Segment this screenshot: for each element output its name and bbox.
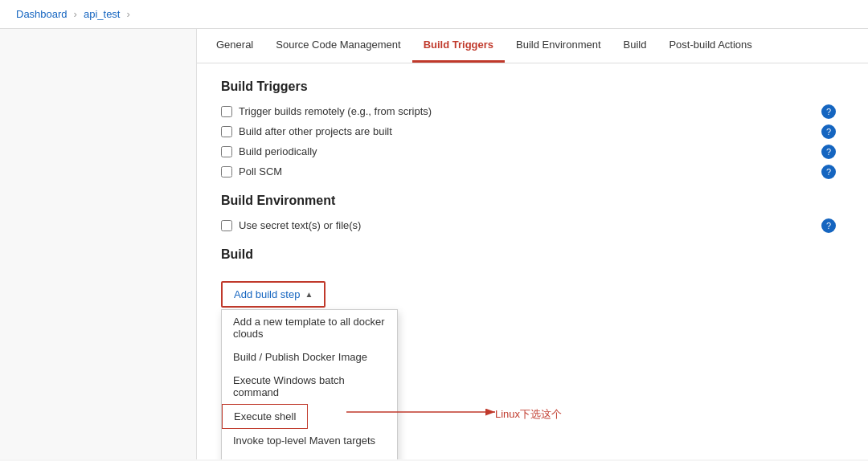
dropdown-item-docker-template[interactable]: Add a new template to all docker clouds (222, 310, 397, 345)
annotation-arrow-svg (346, 404, 507, 420)
add-build-step-label: Add build step (234, 288, 300, 300)
main-content: General Source Code Management Build Tri… (197, 29, 868, 459)
dropdown-item-windows-batch[interactable]: Execute Windows batch command (222, 369, 397, 404)
build-section: Build Add build step ▲ Add a new templat… (221, 247, 844, 352)
breadcrumb-dashboard[interactable]: Dashboard (16, 8, 68, 20)
trigger-remote-help[interactable]: ? (821, 104, 836, 119)
build-title: Build (221, 247, 844, 262)
sidebar (0, 29, 197, 459)
add-build-step-button[interactable]: Add build step ▲ (221, 281, 326, 308)
trigger-periodically-help[interactable]: ? (821, 145, 836, 159)
env-secret-help[interactable]: ? (821, 218, 836, 233)
breadcrumb-sep2: › (127, 8, 130, 20)
tab-general[interactable]: General (205, 29, 264, 63)
trigger-after-row: Build after other projects are built ? (221, 125, 844, 137)
dropdown-item-execute-shell[interactable]: Execute shell (222, 404, 308, 429)
annotation-text: Linux下选这个 (495, 407, 562, 422)
breadcrumb-sep1: › (74, 8, 77, 20)
add-build-step-container: Add build step ▲ Add a new template to a… (221, 273, 844, 308)
build-triggers-title: Build Triggers (221, 80, 844, 94)
breadcrumb: Dashboard › api_test › (0, 0, 868, 29)
trigger-poll-row: Poll SCM ? (221, 165, 844, 177)
add-build-step-wrapper: Add build step ▲ Add a new template to a… (221, 281, 326, 308)
trigger-periodically-label: Build periodically (239, 145, 317, 157)
build-environment-title: Build Environment (221, 194, 844, 208)
build-step-dropdown: Add a new template to all docker clouds … (221, 309, 398, 459)
execute-shell-container: Execute shell (222, 404, 308, 429)
trigger-periodically-row: Build periodically ? (221, 145, 844, 157)
trigger-after-help[interactable]: ? (821, 124, 836, 139)
env-secret-label: Use secret text(s) or file(s) (239, 219, 361, 231)
trigger-poll-help[interactable]: ? (821, 165, 836, 179)
tab-bar: General Source Code Management Build Tri… (197, 29, 868, 63)
trigger-poll-checkbox[interactable] (221, 166, 232, 177)
dropdown-item-maven[interactable]: Invoke top-level Maven targets (222, 429, 397, 452)
dropdown-arrow-icon: ▲ (305, 290, 313, 299)
trigger-remote-checkbox[interactable] (221, 106, 232, 117)
dropdown-item-publish-docker[interactable]: Build / Publish Docker Image (222, 345, 397, 369)
trigger-periodically-checkbox[interactable] (221, 146, 232, 157)
env-secret-checkbox[interactable] (221, 220, 232, 231)
trigger-after-checkbox[interactable] (221, 126, 232, 137)
breadcrumb-project[interactable]: api_test (84, 8, 121, 20)
trigger-remote-label: Trigger builds remotely (e.g., from scri… (239, 105, 432, 117)
tab-build-triggers[interactable]: Build Triggers (412, 29, 505, 63)
tab-post-build[interactable]: Post-build Actions (657, 29, 763, 63)
trigger-after-label: Build after other projects are built (239, 125, 392, 137)
dropdown-item-docker-containers[interactable]: Start/Stop Docker Containers (222, 452, 397, 459)
tab-build-environment[interactable]: Build Environment (505, 29, 612, 63)
trigger-poll-label: Poll SCM (239, 165, 282, 177)
trigger-remote-row: Trigger builds remotely (e.g., from scri… (221, 105, 844, 117)
env-secret-row: Use secret text(s) or file(s) ? (221, 219, 844, 231)
tab-build[interactable]: Build (612, 29, 658, 63)
tab-source-code[interactable]: Source Code Management (264, 29, 411, 63)
content-area: Build Triggers Trigger builds remotely (… (197, 63, 868, 368)
